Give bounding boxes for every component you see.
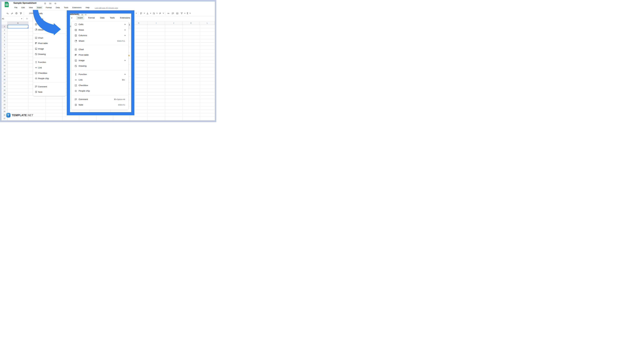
- row-header-16[interactable]: 16: [2, 78, 8, 82]
- row-header-3[interactable]: 3: [2, 32, 8, 36]
- row-header-23[interactable]: 23: [2, 102, 8, 106]
- menu-item-note[interactable]: NoteShift+F2: [33, 89, 66, 94]
- inset-grid-line: [128, 41, 131, 41]
- menu-item-pivot-table[interactable]: Pivot table: [72, 52, 128, 58]
- text-wrap-icon[interactable]: [152, 12, 155, 14]
- move-folder-icon[interactable]: [49, 2, 52, 4]
- menu-item-function[interactable]: Function: [72, 72, 128, 77]
- row-header-7[interactable]: 7: [2, 46, 8, 50]
- menu-item-sheet[interactable]: SheetShift+F11: [72, 38, 128, 44]
- menubar-item-extensions[interactable]: Extensions: [72, 6, 82, 9]
- insert-link-icon[interactable]: [167, 12, 170, 14]
- inset-menubar-item-data[interactable]: Data: [99, 16, 106, 20]
- horizontal-align-icon[interactable]: [140, 12, 142, 14]
- row-header-24[interactable]: 24: [2, 106, 8, 110]
- paint-format-icon[interactable]: [20, 12, 22, 14]
- menu-item-label: Sheet: [79, 40, 84, 42]
- row-header-8[interactable]: 8: [2, 50, 8, 53]
- row-header-1[interactable]: 1: [2, 25, 8, 28]
- menu-item-rows[interactable]: Rows: [72, 27, 128, 33]
- row-header-2[interactable]: 2: [2, 28, 8, 32]
- row-header-21[interactable]: 21: [2, 96, 8, 99]
- column-header-a[interactable]: A: [8, 22, 28, 25]
- menu-item-people-chip[interactable]: People chip: [72, 88, 128, 94]
- row-header-12[interactable]: 12: [2, 64, 8, 67]
- vertical-align-caret-icon[interactable]: [150, 13, 151, 14]
- star-icon[interactable]: [44, 2, 46, 4]
- menu-item-link[interactable]: Link⌘K: [33, 65, 66, 70]
- menubar-item-format[interactable]: Format: [45, 6, 53, 9]
- cells-icon: [74, 23, 77, 26]
- menu-item-pivot-table[interactable]: Pivot table: [33, 40, 66, 46]
- fx-icon[interactable]: fx: [26, 18, 28, 20]
- row-header-4[interactable]: 4: [2, 36, 8, 39]
- menu-item-chart[interactable]: Chart: [72, 46, 128, 52]
- menu-item-cells[interactable]: Cells: [72, 22, 128, 27]
- row-header-11[interactable]: 11: [2, 60, 8, 64]
- row-header-9[interactable]: 9: [2, 53, 8, 57]
- column-header-i[interactable]: I: [148, 22, 165, 25]
- row-header-20[interactable]: 20: [2, 92, 8, 96]
- row-header-5[interactable]: 5: [2, 39, 8, 42]
- document-title[interactable]: Sample Spreadsheet: [14, 2, 36, 4]
- row-header-15[interactable]: 15: [2, 74, 8, 78]
- text-wrap-caret-icon[interactable]: [156, 13, 158, 14]
- last-edit-status[interactable]: Last edit was 20 minutes ago: [95, 7, 118, 9]
- menubar-item-help[interactable]: Help: [85, 6, 90, 9]
- name-box-caret-icon[interactable]: [21, 18, 22, 19]
- row-header-13[interactable]: 13: [2, 67, 8, 71]
- fill-handle[interactable]: [28, 28, 28, 28]
- menubar-item-edit[interactable]: Edit: [20, 6, 26, 9]
- column-header-l[interactable]: L: [200, 22, 215, 25]
- selected-cell-a1[interactable]: [8, 25, 28, 28]
- menu-item-checkbox[interactable]: Checkbox: [33, 70, 66, 76]
- filter-views-caret-icon[interactable]: [184, 13, 186, 14]
- menu-item-image[interactable]: Image: [72, 58, 128, 63]
- menubar-item-data[interactable]: Data: [55, 6, 61, 9]
- print-icon[interactable]: [15, 12, 18, 14]
- text-rotation-caret-icon[interactable]: [163, 13, 164, 14]
- undo-icon[interactable]: [6, 12, 9, 14]
- column-header-j[interactable]: J: [165, 22, 182, 25]
- menu-item-note[interactable]: NoteShift+F2: [72, 102, 128, 108]
- row-header-19[interactable]: 19: [2, 88, 8, 92]
- menu-item-checkbox[interactable]: Checkbox: [72, 82, 128, 88]
- inset-menubar-item-tools[interactable]: Tools: [108, 16, 116, 20]
- row-header-17[interactable]: 17: [2, 82, 8, 85]
- name-box[interactable]: A1: [2, 18, 20, 20]
- redo-icon[interactable]: [11, 12, 13, 14]
- row-header-6[interactable]: 6: [2, 42, 8, 46]
- inset-menubar-item-insert[interactable]: Insert: [76, 16, 84, 20]
- column-header-k[interactable]: K: [182, 22, 200, 25]
- dropdown-caret-icon[interactable]: [136, 13, 137, 14]
- row-header-10[interactable]: 10: [2, 57, 8, 60]
- menu-item-drawing[interactable]: Drawing: [33, 52, 66, 57]
- menu-item-image[interactable]: Image: [33, 46, 66, 51]
- menu-item-columns[interactable]: Columns: [72, 33, 128, 38]
- functions-caret-icon[interactable]: [190, 13, 191, 14]
- menu-item-link[interactable]: Link⌘K: [72, 77, 128, 82]
- insert-chart-icon[interactable]: [176, 12, 178, 14]
- menu-item-comment[interactable]: Comment⌘+Option+M: [72, 96, 128, 102]
- functions-icon[interactable]: Σ: [187, 12, 188, 15]
- menu-item-comment[interactable]: Comment⌘+Option+M: [33, 84, 66, 89]
- insert-comment-icon[interactable]: [172, 12, 174, 14]
- menu-item-people-chip[interactable]: People chip: [33, 76, 66, 81]
- inset-menubar-item-v[interactable]: v: [70, 16, 74, 20]
- row-header-22[interactable]: 22: [2, 99, 8, 103]
- menubar-item-insert[interactable]: Insert: [36, 6, 43, 9]
- row-header-14[interactable]: 14: [2, 71, 8, 74]
- row-header-18[interactable]: 18: [2, 85, 8, 88]
- inset-menubar-item-format[interactable]: Format: [87, 16, 96, 20]
- create-filter-icon[interactable]: [180, 12, 183, 14]
- vertical-align-icon[interactable]: [146, 12, 149, 14]
- sheets-logo-icon[interactable]: [5, 2, 9, 7]
- menu-item-function[interactable]: Function: [33, 60, 66, 65]
- menubar-item-file[interactable]: File: [14, 6, 18, 9]
- cloud-status-icon[interactable]: [54, 2, 56, 4]
- text-rotation-icon[interactable]: [159, 12, 162, 14]
- horizontal-align-caret-icon[interactable]: [144, 13, 145, 14]
- menu-item-drawing[interactable]: Drawing: [72, 63, 128, 69]
- menubar-item-tools[interactable]: Tools: [63, 6, 69, 9]
- menubar-item-view[interactable]: View: [28, 6, 34, 9]
